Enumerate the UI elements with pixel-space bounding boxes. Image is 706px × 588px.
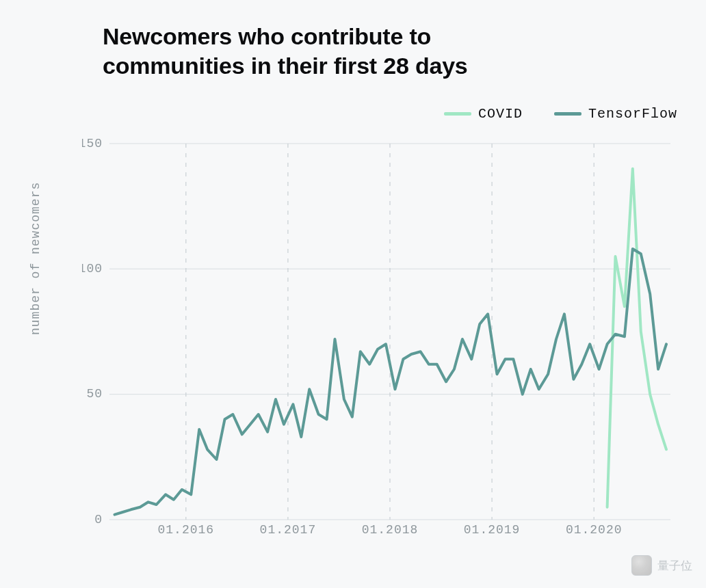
watermark: 量子位 bbox=[631, 555, 692, 576]
legend-label-covid: COVID bbox=[478, 106, 523, 122]
y-tick-0: 0 bbox=[94, 513, 103, 526]
watermark-icon bbox=[631, 555, 652, 576]
y-tick-100: 100 bbox=[82, 262, 103, 276]
grid bbox=[109, 144, 670, 520]
chart-title: Newcomers who contribute to communities … bbox=[103, 22, 547, 80]
legend-swatch-tensorflow bbox=[554, 112, 581, 116]
series-covid bbox=[607, 169, 666, 507]
x-tick-2017: 01.2017 bbox=[260, 523, 317, 533]
chart-svg: 0 50 100 150 01.2016 01.2017 01.2018 01.… bbox=[82, 137, 684, 533]
y-tick-150: 150 bbox=[82, 137, 103, 150]
legend-item-tensorflow: TensorFlow bbox=[554, 106, 677, 122]
x-tick-labels: 01.2016 01.2017 01.2018 01.2019 01.2020 bbox=[157, 523, 622, 533]
y-tick-labels: 0 50 100 150 bbox=[82, 137, 103, 526]
legend-swatch-covid bbox=[444, 112, 471, 116]
x-tick-2019: 01.2019 bbox=[464, 523, 521, 533]
x-tick-2018: 01.2018 bbox=[362, 523, 419, 533]
plot-area: 0 50 100 150 01.2016 01.2017 01.2018 01.… bbox=[82, 137, 684, 533]
watermark-label: 量子位 bbox=[657, 558, 692, 574]
x-tick-2020: 01.2020 bbox=[566, 523, 623, 533]
legend: COVID TensorFlow bbox=[444, 106, 677, 122]
legend-label-tensorflow: TensorFlow bbox=[588, 106, 677, 122]
series-tensorflow bbox=[115, 249, 667, 515]
legend-item-covid: COVID bbox=[444, 106, 523, 122]
y-axis-label: number of newcomers bbox=[29, 182, 42, 335]
y-tick-50: 50 bbox=[86, 387, 103, 401]
x-tick-2016: 01.2016 bbox=[157, 523, 214, 533]
chart-container: Newcomers who contribute to communities … bbox=[0, 0, 706, 588]
